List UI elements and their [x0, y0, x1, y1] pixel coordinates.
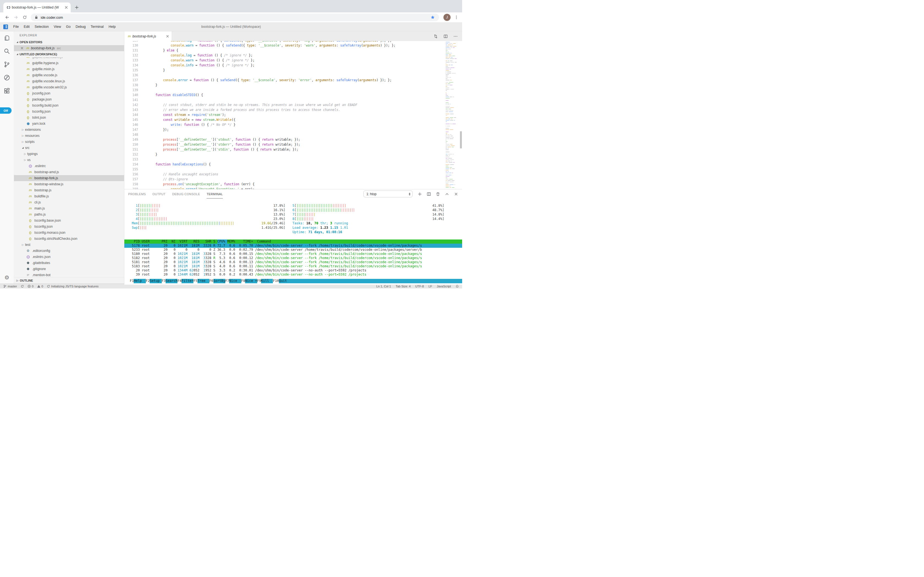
status-encoding[interactable]: UTF-8 [415, 285, 424, 288]
status-eol[interactable]: LF [429, 285, 432, 288]
process-row[interactable]: 5182 root 20 0 1021M 181M 3328 R 5.3 0.6… [124, 256, 462, 260]
bookmark-star-icon[interactable] [430, 15, 436, 20]
process-row[interactable]: 20 root 20 0 1344M 62052 1952 S 3.3 0.2 … [124, 268, 462, 272]
status-sync[interactable] [21, 285, 24, 288]
workspace-header[interactable]: UNTITLED (WORKSPACE) [14, 51, 124, 57]
new-tab-button[interactable] [73, 3, 80, 11]
editor-tab[interactable]: JS bootstrap-fork.js [124, 31, 172, 41]
process-row[interactable]: 5181 root 20 0 1021M 181M 3328 S 4.6 0.6… [124, 260, 462, 264]
close-panel-icon[interactable] [454, 192, 458, 196]
forward-icon[interactable] [12, 14, 19, 21]
process-row[interactable]: 5233 root 20 0 0 0 0 Z 36.3 0.0 0:02.79 … [124, 248, 462, 252]
tree-item-typings[interactable]: ▷typings [14, 151, 124, 157]
status-git-branch[interactable]: master [3, 285, 17, 288]
minimap[interactable] [446, 42, 458, 189]
tree-item-tsconfig.strictNullChecks.json[interactable]: {}tsconfig.strictNullChecks.json [14, 235, 124, 242]
browser-tab[interactable]: bootstrap-fork.js — Untitled (W [3, 2, 71, 12]
terminal-output[interactable]: 1[||||||||||||17.8%] 2[|||||||||||16.1%]… [124, 199, 462, 285]
tree-item-vs[interactable]: ▷vs [14, 157, 124, 163]
tree-item-bootstrap-amd.js[interactable]: JSbootstrap-amd.js [14, 169, 124, 175]
menu-debug[interactable]: Debug [73, 25, 88, 29]
close-icon[interactable] [20, 46, 24, 50]
tree-item-gulpfile.hygiene.js[interactable]: JSgulpfile.hygiene.js [14, 60, 124, 66]
tree-item-scripts[interactable]: ▷scripts [14, 139, 124, 145]
process-row[interactable]: 5178 root 20 0 1021M 181M 3328 R 72.7 0.… [124, 243, 462, 248]
status-language-status[interactable]: Initializing JS/TS language features [47, 285, 98, 288]
tree-item-paths.js[interactable]: JSpaths.js [14, 211, 124, 218]
menu-edit[interactable]: Edit [21, 25, 32, 29]
menu-help[interactable]: Help [106, 25, 118, 29]
tree-item-bootstrap-window.js[interactable]: JSbootstrap-window.js [14, 181, 124, 187]
browser-menu-icon[interactable] [453, 15, 460, 20]
menu-selection[interactable]: Selection [32, 25, 51, 29]
tab-close-icon[interactable] [64, 5, 69, 10]
tree-item-gulpfile.vscode.linux.js[interactable]: JSgulpfile.vscode.linux.js [14, 78, 124, 84]
reload-icon[interactable] [21, 14, 28, 21]
split-terminal-icon[interactable] [427, 192, 431, 196]
tree-item-gulpfile.vscode.js[interactable]: JSgulpfile.vscode.js [14, 72, 124, 78]
process-row[interactable]: 39 root 20 0 1344M 62052 1952 S 0.0 0.2 … [124, 272, 462, 277]
tree-item-tsconfig.build.json[interactable]: {}tsconfig.build.json [14, 102, 124, 108]
tree-item-buildfile.js[interactable]: JSbuildfile.js [14, 193, 124, 199]
tree-item-gulpfile.mixin.js[interactable]: JSgulpfile.mixin.js [14, 66, 124, 72]
tree-item-.gitignore[interactable]: .gitignore [14, 266, 124, 272]
tree-item-jsconfig.json[interactable]: {}jsconfig.json [14, 90, 124, 96]
new-terminal-icon[interactable] [418, 192, 422, 196]
tree-item-.editorconfig[interactable]: ⚙.editorconfig [14, 248, 124, 254]
status-errors[interactable]: 0 [27, 285, 34, 288]
tree-item-tsconfig.monaco.json[interactable]: {}tsconfig.monaco.json [14, 230, 124, 235]
tree-item-package.json[interactable]: {}package.json [14, 96, 124, 102]
tree-item-tsconfig.base.json[interactable]: {}tsconfig.base.json [14, 218, 124, 224]
tree-item-yarn.lock[interactable]: yarn.lock [14, 121, 124, 127]
outline-header[interactable]: ▷ OUTLINE [14, 277, 124, 284]
menu-file[interactable]: File [11, 25, 21, 29]
open-editors-header[interactable]: OPEN EDITORS [14, 39, 124, 45]
back-icon[interactable] [3, 14, 11, 21]
panel-tab-terminal[interactable]: TERMINAL [207, 189, 223, 198]
panel-tab-output[interactable]: OUTPUT [153, 189, 166, 198]
activity-explorer[interactable] [0, 31, 14, 45]
avatar[interactable]: J [444, 14, 451, 21]
settings-gear-icon[interactable]: ⚙ [0, 274, 14, 281]
tree-item-.eslintrc.json[interactable]: .eslintrc.json [14, 254, 124, 260]
tree-item-tslint.json[interactable]: {}tslint.json [14, 114, 124, 121]
process-row[interactable]: 5180 root 20 0 1021M 181M 3328 S 7.3 0.6… [124, 252, 462, 256]
activity-source-control[interactable] [0, 58, 14, 71]
open-editor-item[interactable]: JS bootstrap-fork.js src [14, 45, 124, 51]
tree-item-tsconfig.json[interactable]: {}tsconfig.json [14, 224, 124, 230]
activity-extensions[interactable] [0, 84, 14, 97]
tree-item-tsconfig.json[interactable]: {}tsconfig.json [14, 108, 124, 114]
tree-item-resources[interactable]: ▷resources [14, 133, 124, 139]
menu-go[interactable]: Go [64, 25, 73, 29]
maximize-panel-icon[interactable] [445, 192, 449, 196]
status-notifications[interactable] [456, 285, 459, 288]
editor-scrollbar-thumb[interactable] [460, 131, 462, 148]
more-actions-icon[interactable] [453, 34, 458, 39]
process-row[interactable]: 5183 root 20 0 1021M 181M 3328 S 4.0 0.6… [124, 264, 462, 268]
tree-item-.eslintrc[interactable]: .eslintrc [14, 163, 124, 169]
status-language-mode[interactable]: JavaScript [437, 285, 451, 288]
tree-item-bootstrap.js[interactable]: JSbootstrap.js [14, 187, 124, 193]
terminal-select[interactable]: 1: htop [363, 190, 413, 197]
tree-item-.mention-bot[interactable]: .mention-bot [14, 272, 124, 277]
split-editor-icon[interactable] [444, 34, 448, 39]
panel-tab-problems[interactable]: PROBLEMS [128, 189, 146, 198]
panel-tab-debug-console[interactable]: DEBUG CONSOLE [172, 189, 200, 198]
activity-search[interactable] [0, 45, 14, 58]
status-warnings[interactable]: 0 [37, 285, 43, 288]
tree-item-.gitattributes[interactable]: .gitattributes [14, 260, 124, 266]
menu-view[interactable]: View [51, 25, 64, 29]
url-bar[interactable]: ide.coder.com [31, 13, 439, 21]
tree-item-main.js[interactable]: JSmain.js [14, 205, 124, 211]
status-indentation[interactable]: Tab Size: 4 [395, 285, 410, 288]
kill-terminal-icon[interactable] [436, 192, 440, 196]
status-cursor-position[interactable]: Ln 1, Col 1 [376, 285, 391, 288]
tree-item-gulpfile.vscode.win32.js[interactable]: JSgulpfile.vscode.win32.js [14, 84, 124, 90]
tab-close-icon[interactable] [166, 34, 169, 39]
tree-item-gulpfile.extensions.js[interactable]: JSgulpfile.extensions.js [14, 57, 124, 60]
tree-item-test[interactable]: ▷test [14, 242, 124, 248]
tree-item-bootstrap-fork.js[interactable]: JSbootstrap-fork.js [14, 175, 124, 181]
menu-terminal[interactable]: Terminal [88, 25, 106, 29]
code-editor[interactable]: 129 console.log = function () { safeSend… [124, 41, 462, 189]
tree-item-cli.js[interactable]: JScli.js [14, 199, 124, 205]
